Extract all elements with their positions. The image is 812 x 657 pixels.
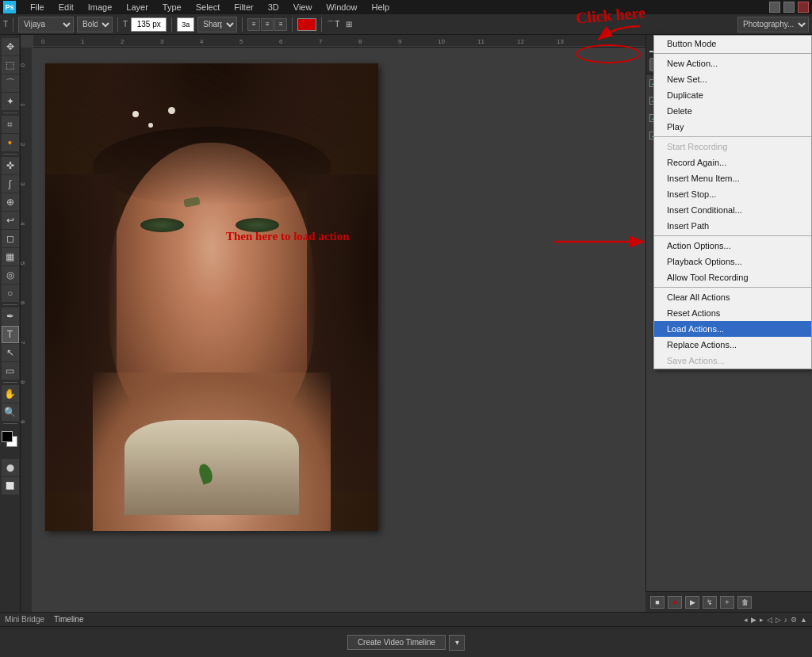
workspace-select[interactable]: Photography... [737, 17, 809, 32]
timeline-back-button[interactable]: ◁ [767, 616, 772, 624]
history-brush-tool[interactable]: ↩ [2, 212, 19, 229]
text-color-swatch[interactable] [297, 18, 316, 31]
svg-text:9: 9 [398, 38, 402, 45]
menu-item-insertconditional[interactable]: Insert Conditional... [654, 202, 811, 218]
menu-image[interactable]: Image [85, 2, 116, 13]
play-button[interactable]: ▶ [685, 596, 699, 609]
font-style-select[interactable]: Bold [77, 17, 113, 32]
marquee-tool[interactable]: ⬚ [2, 56, 19, 74]
delete-action-button[interactable]: 🗑 [737, 596, 752, 609]
svg-text:3: 3 [21, 182, 26, 186]
quick-mask-button[interactable]: ⬤ [2, 459, 19, 476]
timeline-next-button[interactable]: ▸ [760, 616, 764, 624]
ps-logo: Ps [3, 1, 16, 13]
screen-mode-button[interactable]: ⬜ [2, 477, 19, 495]
timeline-arrow-button[interactable]: ▾ [449, 635, 465, 651]
brush-tool[interactable]: ∫ [2, 175, 19, 193]
menu-item-insertmenuitem[interactable]: Insert Menu Item... [654, 170, 811, 186]
menu-item-newset[interactable]: New Set... [654, 71, 811, 87]
menu-item-insertpath[interactable]: Insert Path [654, 218, 811, 234]
menu-file[interactable]: File [27, 2, 48, 13]
eyedropper-tool[interactable]: 🔸 [2, 134, 19, 151]
gradient-tool[interactable]: ▦ [2, 248, 19, 265]
timeline-fwd-button[interactable]: ▷ [776, 616, 781, 624]
magic-wand-tool[interactable]: ✦ [2, 93, 19, 110]
options-toolbar: T Vijaya Bold T 3a Sharp ≡ ≡ ≡ ⌒T ⊞ Phot… [0, 14, 812, 35]
dodge-tool[interactable]: ○ [2, 285, 19, 302]
menu-type[interactable]: Type [159, 2, 185, 13]
anti-alias-label: 3a [177, 17, 194, 32]
align-right-button[interactable]: ≡ [274, 18, 287, 31]
path-selection-tool[interactable]: ↖ [2, 344, 19, 361]
menu-item-replaceactions[interactable]: Replace Actions... [654, 337, 811, 353]
tab-timeline[interactable]: Timeline [54, 615, 83, 624]
menu-item-insertstop[interactable]: Insert Stop... [654, 186, 811, 202]
eraser-tool[interactable]: ◻ [2, 230, 19, 247]
shape-tool[interactable]: ▭ [2, 362, 19, 380]
menu-3d[interactable]: 3D [265, 2, 282, 13]
menu-item-playbackoptions[interactable]: Playback Options... [654, 254, 811, 269]
menu-item-resetactions[interactable]: Reset Actions [654, 305, 811, 321]
bottom-tabs: Mini Bridge Timeline ◂ ▶ ▸ ◁ ▷ ♪ ⚙ ▲ [0, 613, 812, 627]
separator4 [242, 17, 243, 32]
canvas-area: 0 1 2 3 4 5 6 7 8 9 10 11 12 13 0 1 [21, 35, 645, 643]
menu-item-delete[interactable]: Delete [654, 103, 811, 119]
menu-item-duplicate[interactable]: Duplicate [654, 87, 811, 103]
timeline-audio-button[interactable]: ♪ [784, 616, 788, 624]
menu-item-clearallactions[interactable]: Clear All Actions [654, 289, 811, 305]
tab-mini-bridge[interactable]: Mini Bridge [5, 615, 44, 624]
foreground-color[interactable] [2, 431, 13, 442]
menu-item-newaction[interactable]: New Action... [654, 55, 811, 71]
menu-item-recordagain[interactable]: Record Again... [654, 155, 811, 170]
menu-filter[interactable]: Filter [231, 2, 256, 13]
zoom-tool[interactable]: 🔍 [2, 403, 19, 421]
svg-text:12: 12 [517, 38, 524, 45]
type-tool[interactable]: T [2, 326, 19, 343]
blur-tool[interactable]: ◎ [2, 266, 19, 284]
pen-tool[interactable]: ✒ [2, 307, 19, 325]
menu-item-actionoptions[interactable]: Action Options... [654, 238, 811, 254]
menu-item-play[interactable]: Play [654, 119, 811, 135]
minimize-button[interactable] [769, 2, 780, 13]
menu-edit[interactable]: Edit [56, 2, 77, 13]
align-buttons: ≡ ≡ ≡ [247, 18, 287, 31]
svg-text:7: 7 [21, 341, 26, 345]
timeline-prev-button[interactable]: ◂ [744, 616, 748, 624]
close-button[interactable] [798, 2, 809, 13]
menu-layer[interactable]: Layer [123, 2, 151, 13]
move-tool[interactable]: ✥ [2, 38, 19, 55]
step-button[interactable]: ↯ [703, 596, 717, 609]
tool-separator4 [3, 382, 17, 383]
lasso-tool[interactable]: ⌒ [2, 74, 19, 92]
menu-window[interactable]: Window [323, 2, 360, 13]
new-action-button[interactable]: + [720, 596, 734, 609]
create-video-timeline-button[interactable]: Create Video Timeline [347, 635, 446, 650]
timeline-expand-button[interactable]: ▲ [800, 616, 807, 624]
heal-tool[interactable]: ✜ [2, 157, 19, 174]
anti-alias-select[interactable]: Sharp [197, 17, 237, 32]
character-panel-button[interactable]: ⊞ [346, 20, 352, 29]
font-family-select[interactable]: Vijaya [18, 17, 74, 32]
stop-playback-button[interactable]: ■ [650, 596, 665, 609]
menu-item-allowtoolrecording[interactable]: Allow Tool Recording [654, 269, 811, 285]
canvas-image [45, 63, 378, 531]
crop-tool[interactable]: ⌗ [2, 116, 19, 133]
warp-text-button[interactable]: ⌒T [327, 19, 339, 30]
record-button[interactable]: ● [668, 596, 682, 609]
menu-item-loadactions[interactable]: Load Actions... [654, 321, 811, 337]
svg-text:8: 8 [358, 38, 362, 45]
font-size-input[interactable] [131, 17, 167, 32]
hand-tool[interactable]: ✋ [2, 385, 19, 403]
stamp-tool[interactable]: ⊕ [2, 193, 19, 211]
maximize-button[interactable] [783, 2, 795, 13]
timeline-play-button[interactable]: ▶ [751, 616, 756, 624]
menu-select[interactable]: Select [193, 2, 224, 13]
menu-help[interactable]: Help [369, 2, 393, 13]
align-center-button[interactable]: ≡ [261, 18, 274, 31]
timeline-settings-button[interactable]: ⚙ [791, 616, 797, 624]
align-left-button[interactable]: ≡ [247, 18, 260, 31]
canvas-wrapper [33, 48, 645, 628]
svg-text:6: 6 [21, 301, 26, 305]
menu-view[interactable]: View [290, 2, 316, 13]
menu-item-buttonmode[interactable]: Button Mode [654, 36, 811, 52]
